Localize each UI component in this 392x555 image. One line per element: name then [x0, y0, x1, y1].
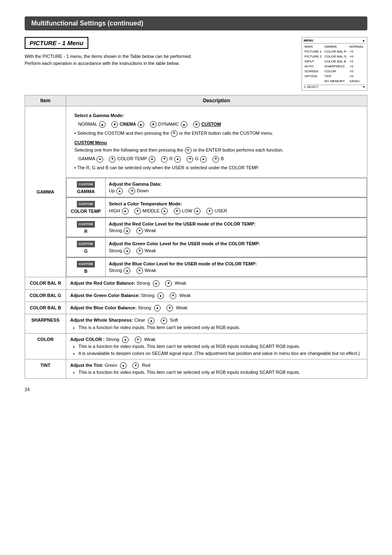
menu-row: PICTURE 1COLOR BAL R+0 [304, 49, 365, 54]
r-strong-up[interactable]: ▲ [124, 228, 130, 234]
sharpness-down[interactable]: ▼ [161, 318, 167, 324]
color-up[interactable]: ▲ [122, 336, 129, 343]
r-up[interactable]: ▲ [174, 156, 181, 163]
custom-gamma-desc: Adjust the Gamma Data: Up ▲ ▼ Down [106, 178, 367, 197]
enter-btn-2[interactable]: ⊙ [185, 147, 191, 154]
tint-desc: Adjust the Tint: Green ▲ ▼ Red This is a… [66, 359, 367, 379]
custom-colortemp-label: CUSTOM COLOR TEMP [67, 198, 106, 217]
table-row: GAMMA Select a Gamma Mode: NORMAL ▲ ▼ CI… [25, 106, 367, 177]
gamma-adj-down[interactable]: ▼ [129, 188, 135, 194]
enter-btn-1[interactable]: ⊙ [171, 130, 178, 137]
colorbalr-up[interactable]: ▲ [153, 280, 159, 287]
color-down[interactable]: ▼ [135, 336, 141, 343]
cinema-up-btn[interactable]: ▲ [138, 121, 144, 128]
menu-table: MAINGAMMANORMAL PICTURE 1COLOR BAL R+0 P… [304, 44, 365, 84]
section-header: PICTURE - 1 Menu [25, 37, 88, 49]
middle-up[interactable]: ▲ [161, 208, 168, 214]
r-down[interactable]: ▼ [161, 156, 168, 163]
menu-row: OPTIONTINT+0 [304, 74, 365, 79]
custom-b-label: CUSTOM B [67, 258, 106, 277]
r-weak-down[interactable]: ▼ [136, 228, 143, 234]
colorbalg-desc: Adjust the Green Color Balance: Strong ▲… [66, 290, 367, 302]
normal-up-btn[interactable]: ▲ [99, 121, 106, 128]
custom-g-label: CUSTOM G [67, 238, 106, 257]
custom-colortemp-desc: Select a Color Temperature Mode: HIGH ▲ … [106, 198, 367, 217]
custom-g-desc: Adjust the Green Color Level for the USE… [106, 238, 367, 257]
table-row-custom-colortemp: CUSTOM COLOR TEMP Select a Color Tempera… [25, 198, 367, 218]
colorbalb-desc: Adjust the Blue Color Balance: Strong ▲ … [66, 302, 367, 314]
page-number: 24 [25, 387, 367, 392]
tint-up[interactable]: ▲ [120, 362, 127, 369]
g-strong-up[interactable]: ▲ [124, 248, 130, 254]
page-title: Multifunctional Settings (continued) [25, 16, 367, 30]
menu-row: INPUTCOLOR BAL B+0 [304, 59, 365, 64]
user-down[interactable]: ▼ [206, 208, 213, 214]
g-up[interactable]: ▲ [200, 156, 207, 163]
menu-row: MAINGAMMANORMAL [304, 44, 365, 49]
intro-text: With the PICTURE - 1 menu, the items sho… [25, 53, 192, 67]
cinema-down-btn[interactable]: ▼ [111, 121, 118, 128]
table-row-custom-gamma: CUSTOM GAMMA Adjust the Gamma Data: Up ▲… [25, 177, 367, 198]
table-row-colorbalb: COLOR BAL B Adjust the Blue Color Balanc… [25, 302, 367, 314]
table-row-sharpness: SHARPNESS Adjust the Whole Sharpness: Cl… [25, 314, 367, 334]
colortemp-up[interactable]: ▲ [149, 156, 155, 163]
sharpness-up[interactable]: ▲ [148, 318, 154, 324]
custom-r-label: CUSTOM R [67, 218, 106, 237]
custom-mode-down-btn[interactable]: ▼ [193, 121, 200, 128]
main-table: Item Description GAMMA Select a Gamma Mo… [25, 95, 367, 379]
col-desc-header: Description [66, 95, 367, 106]
high-up[interactable]: ▲ [122, 208, 129, 214]
menu-row: SCREENCOLOR+0 [304, 69, 365, 74]
table-row-custom-r: CUSTOM R Adjust the Red Color Level for … [25, 217, 367, 237]
table-row-tint: TINT Adjust the Tint: Green ▲ ▼ Red This… [25, 359, 367, 379]
colortemp-down[interactable]: ▼ [109, 156, 115, 163]
low-down[interactable]: ▼ [174, 208, 180, 214]
b-down[interactable]: ▼ [212, 156, 219, 163]
custom-r-desc: Adjust the Red Color Level for the USER … [106, 218, 367, 237]
gamma-top-desc: Select a Gamma Mode: NORMAL ▲ ▼ CINEMA ▲… [66, 106, 367, 177]
b-weak-down[interactable]: ▼ [136, 267, 143, 274]
colorbalr-desc: Adjust the Red Color Balance: Strong ▲ ▼… [66, 277, 367, 290]
color-desc: Adjust COLOR : Strong ▲ ▼ Weak This is a… [66, 334, 367, 359]
item-sharpness: SHARPNESS [25, 314, 66, 334]
custom-b-desc: Adjust the Blue Color Level for the USER… [106, 258, 367, 277]
col-item-header: Item [25, 95, 66, 106]
b-strong-up[interactable]: ▲ [124, 267, 130, 274]
middle-down[interactable]: ▼ [134, 208, 141, 214]
table-row-custom-b: CUSTOM B Adjust the Blue Color Level for… [25, 257, 367, 277]
item-colorbalb: COLOR BAL B [25, 302, 66, 314]
gamma-adj-up[interactable]: ▲ [116, 188, 123, 194]
table-row-colorbalr: COLOR BAL R Adjust the Red Color Balance… [25, 277, 367, 290]
item-tint: TINT [25, 359, 66, 379]
colorbalb-down[interactable]: ▼ [166, 305, 173, 311]
dynamic-up-btn[interactable]: ▲ [181, 121, 187, 128]
tint-down[interactable]: ▼ [132, 362, 139, 369]
low-up[interactable]: ▲ [194, 208, 201, 214]
menu-row: AUTOSHARPNESS+0 [304, 64, 365, 69]
sharpness-desc: Adjust the Whole Sharpness: Clear ▲ ▼ So… [66, 314, 367, 334]
menu-display: MENU ▲ MAINGAMMANORMAL PICTURE 1COLOR BA… [302, 37, 367, 91]
menu-row: MY MEMORYSAVE1 [304, 79, 365, 84]
table-row-color: COLOR Adjust COLOR : Strong ▲ ▼ Weak Thi… [25, 334, 367, 359]
table-row-custom-g: CUSTOM G Adjust the Green Color Level fo… [25, 237, 367, 258]
colorbalr-down[interactable]: ▼ [165, 280, 172, 287]
gamma-up-2[interactable]: ▲ [97, 156, 103, 163]
dynamic-down-btn[interactable]: ▼ [150, 121, 157, 128]
colorbalg-down[interactable]: ▼ [170, 292, 176, 299]
table-row-colorbалg: COLOR BAL G Adjust the Green Color Balan… [25, 290, 367, 302]
menu-row: PICTURE 2COLOR BAL G+0 [304, 54, 365, 59]
item-gamma: GAMMA [25, 106, 66, 277]
item-colorbalg: COLOR BAL G [25, 290, 66, 302]
item-color: COLOR [25, 334, 66, 359]
custom-gamma-label: CUSTOM GAMMA [67, 178, 106, 197]
g-weak-down[interactable]: ▼ [136, 248, 143, 254]
colorbalg-up[interactable]: ▲ [157, 292, 164, 299]
item-colorbalr: COLOR BAL R [25, 277, 66, 290]
colorbalb-up[interactable]: ▲ [154, 305, 161, 311]
g-down[interactable]: ▼ [187, 156, 193, 163]
